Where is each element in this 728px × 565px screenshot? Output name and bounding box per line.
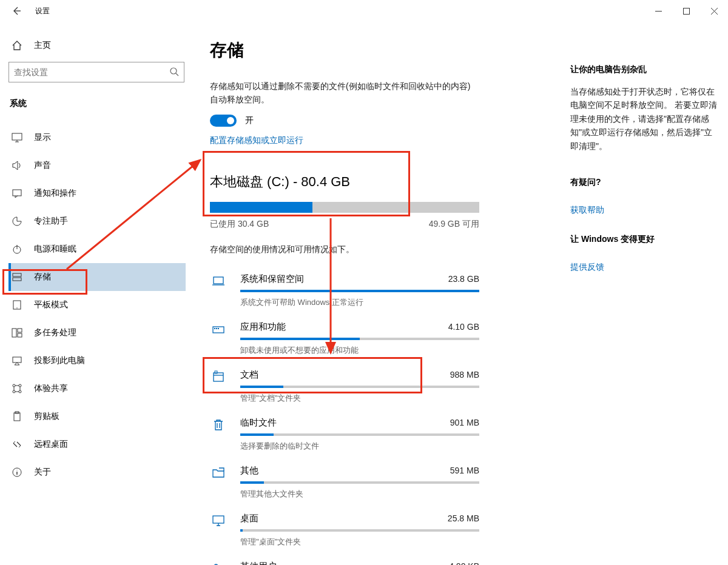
category-row[interactable]: 文档988 MB管理"文档"文件夹 [210, 364, 479, 412]
sidebar-item-notifications[interactable]: 通知和操作 [8, 179, 186, 207]
category-name: 文档 [240, 369, 258, 381]
search-icon [169, 67, 179, 78]
apps-icon [210, 321, 227, 356]
display-icon [11, 132, 23, 143]
category-size: 4.00 KB [449, 561, 479, 565]
sidebar: 主页 系统 显示声音通知和操作专注助手电源和睡眠存储平板模式多任务处理投影到此电… [0, 22, 194, 565]
category-bar [240, 386, 479, 388]
sound-icon [11, 160, 23, 171]
help-title: 有疑问? [570, 177, 720, 188]
category-row[interactable]: 系统和保留空间23.8 GB系统文件可帮助 Windows 正常运行 [210, 269, 479, 316]
sidebar-item-project[interactable]: 投影到此电脑 [8, 347, 186, 375]
svg-rect-20 [214, 277, 223, 284]
category-bar [240, 433, 479, 436]
about-icon [11, 467, 23, 478]
svg-rect-3 [13, 190, 21, 196]
minimize-button[interactable] [644, 0, 672, 22]
sidebar-item-label: 投影到此电脑 [34, 355, 85, 366]
svg-rect-11 [18, 333, 22, 337]
main-content: 存储 存储感知可以通过删除不需要的文件(例如临时文件和回收站中的内容)自动释放空… [194, 22, 570, 565]
share-icon [11, 383, 23, 394]
sidebar-item-about[interactable]: 关于 [8, 458, 186, 486]
svg-point-8 [16, 307, 17, 308]
close-icon [711, 8, 718, 15]
svg-rect-6 [13, 278, 21, 281]
tip-body: 当存储感知处于打开状态时，它将仅在电脑空间不足时释放空间。 若要立即清理未使用的… [570, 85, 720, 153]
trash-icon [210, 417, 227, 452]
sidebar-item-label: 专注助手 [34, 216, 68, 227]
category-bar [240, 481, 479, 484]
sidebar-item-label: 体验共享 [34, 383, 68, 394]
category-bar [240, 338, 479, 340]
maximize-button[interactable] [672, 0, 700, 22]
category-size: 23.8 GB [448, 274, 479, 284]
svg-rect-17 [14, 413, 20, 421]
sidebar-item-multitasking[interactable]: 多任务处理 [8, 319, 186, 347]
disk-usage-bar [210, 202, 479, 213]
close-button[interactable] [700, 0, 728, 22]
category-row[interactable]: 桌面25.8 MB管理"桌面"文件夹 [210, 508, 479, 556]
sidebar-item-storage[interactable]: 存储 [8, 263, 186, 291]
category-description: 管理"桌面"文件夹 [240, 537, 479, 547]
category-list: 系统和保留空间23.8 GB系统文件可帮助 Windows 正常运行应用和功能4… [210, 269, 479, 565]
category-size: 901 MB [450, 418, 479, 427]
category-name: 应用和功能 [240, 321, 286, 333]
project-icon [11, 355, 23, 366]
storage-sense-description: 存储感知可以通过删除不需要的文件(例如临时文件和回收站中的内容)自动释放空间。 [210, 80, 477, 106]
disk-free-label: 49.9 GB 可用 [429, 219, 479, 230]
category-bar [240, 290, 479, 292]
svg-rect-5 [13, 273, 21, 276]
notifications-icon [11, 188, 23, 199]
sidebar-item-label: 显示 [34, 132, 51, 143]
docs-icon [210, 369, 227, 404]
sidebar-item-label: 多任务处理 [34, 327, 76, 338]
sidebar-home[interactable]: 主页 [8, 33, 186, 62]
sidebar-item-share[interactable]: 体验共享 [8, 375, 186, 403]
category-size: 25.8 MB [448, 513, 479, 523]
category-description: 管理其他大文件夹 [240, 489, 479, 500]
sidebar-item-label: 平板模式 [34, 299, 68, 310]
sidebar-item-remote[interactable]: 远程桌面 [8, 430, 186, 458]
category-size: 4.10 GB [448, 322, 479, 332]
title-bar: 设置 [0, 0, 728, 22]
sidebar-item-focus[interactable]: 专注助手 [8, 207, 186, 235]
category-name: 其他 [240, 465, 258, 476]
svg-point-1 [170, 68, 177, 74]
svg-point-14 [19, 384, 21, 387]
app-title: 设置 [35, 6, 50, 16]
laptop-icon [210, 273, 227, 308]
storage-sense-toggle[interactable] [210, 115, 237, 127]
window-controls [644, 0, 728, 22]
category-row[interactable]: 应用和功能4.10 GB卸载未使用或不想要的应用和功能 [210, 316, 479, 364]
category-row[interactable]: 临时文件901 MB选择要删除的临时文件 [210, 412, 479, 460]
svg-rect-2 [12, 133, 22, 140]
sidebar-item-display[interactable]: 显示 [8, 124, 186, 152]
svg-rect-24 [218, 328, 219, 329]
sidebar-item-label: 剪贴板 [34, 411, 59, 422]
category-description: 管理"文档"文件夹 [240, 393, 479, 404]
category-bar [240, 529, 479, 532]
back-button[interactable] [11, 5, 22, 16]
feedback-link[interactable]: 提供反馈 [570, 262, 604, 273]
sidebar-item-clipboard[interactable]: 剪贴板 [8, 403, 186, 430]
svg-point-15 [13, 390, 15, 393]
category-description: 卸载未使用或不想要的应用和功能 [240, 345, 479, 356]
sidebar-item-sound[interactable]: 声音 [8, 152, 186, 179]
search-box[interactable] [8, 62, 184, 82]
configure-storage-sense-link[interactable]: 配置存储感知或立即运行 [210, 135, 552, 146]
svg-rect-9 [12, 329, 16, 337]
clipboard-icon [11, 411, 23, 422]
sidebar-item-label: 关于 [34, 467, 51, 478]
sidebar-item-tablet[interactable]: 平板模式 [8, 291, 186, 319]
svg-point-13 [13, 384, 15, 387]
svg-point-16 [19, 390, 21, 393]
get-help-link[interactable]: 获取帮助 [570, 205, 604, 216]
monitor-icon [210, 513, 227, 547]
disk-title: 本地磁盘 (C:) - 80.4 GB [210, 173, 552, 191]
category-row[interactable]: 其他用户4.00 KB删除未使用的本地帐户 [210, 556, 479, 565]
sidebar-item-label: 远程桌面 [34, 439, 68, 450]
category-row[interactable]: 其他591 MB管理其他大文件夹 [210, 460, 479, 508]
minimize-icon [655, 8, 662, 15]
search-input[interactable] [14, 67, 169, 77]
sidebar-item-power[interactable]: 电源和睡眠 [8, 235, 186, 263]
